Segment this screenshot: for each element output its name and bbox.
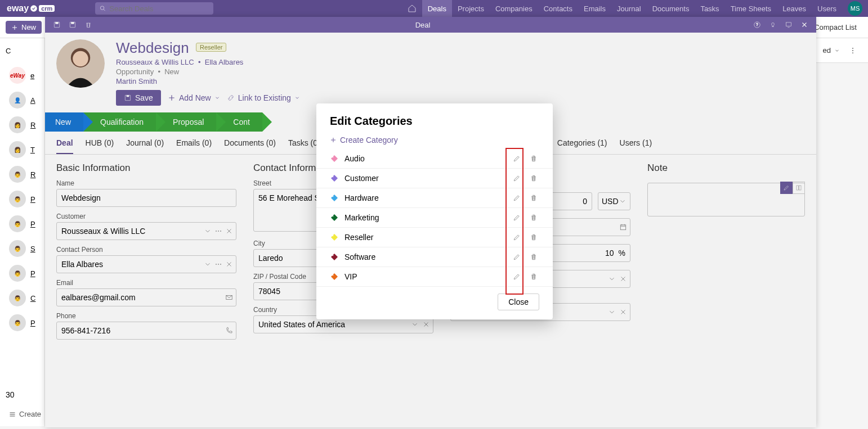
- tab-categories[interactable]: Categories (1): [557, 138, 607, 154]
- edit-category-icon[interactable]: [511, 212, 522, 223]
- category-row: Software: [316, 247, 553, 267]
- nav-users[interactable]: Users: [812, 0, 842, 17]
- user-avatar[interactable]: MS: [848, 1, 862, 16]
- link-existing-button[interactable]: Link to Existing: [227, 93, 300, 102]
- edit-category-icon[interactable]: [511, 192, 522, 204]
- sidebar-row[interactable]: 👨P: [0, 310, 44, 335]
- add-new-label: Add New: [179, 93, 211, 102]
- delete-icon[interactable]: [84, 21, 92, 29]
- sidebar-row[interactable]: 👨S: [0, 236, 44, 261]
- edit-category-icon[interactable]: [511, 232, 522, 243]
- phone-icon[interactable]: [225, 327, 233, 335]
- sidebar-row[interactable]: 👤A: [0, 88, 44, 112]
- search-box[interactable]: [95, 2, 213, 15]
- monitor-icon[interactable]: [785, 21, 793, 29]
- delete-category-icon[interactable]: [528, 212, 539, 223]
- plus-icon: [168, 94, 176, 102]
- delete-category-icon[interactable]: [528, 271, 539, 282]
- calendar-icon[interactable]: [619, 223, 627, 231]
- home-icon[interactable]: [408, 4, 417, 13]
- kebab-icon[interactable]: [849, 47, 857, 55]
- chevron-down-icon[interactable]: [608, 308, 616, 316]
- chevron-down-icon[interactable]: [204, 227, 212, 235]
- envelope-icon[interactable]: [225, 293, 233, 301]
- sidebar-row[interactable]: 👨P: [0, 211, 44, 236]
- sidebar-row[interactable]: 👨R: [0, 162, 44, 187]
- currency-select[interactable]: USD: [598, 192, 630, 210]
- tab-documents[interactable]: Documents (0): [224, 138, 276, 154]
- nav-emails[interactable]: Emails: [578, 0, 611, 17]
- compact-list-toggle[interactable]: Compact List: [814, 23, 862, 31]
- create-category-button[interactable]: Create Category: [316, 133, 553, 149]
- save-icon[interactable]: [53, 21, 61, 29]
- nav-timesheets[interactable]: Time Sheets: [725, 0, 777, 17]
- more-icon[interactable]: ⋯: [215, 227, 222, 235]
- name-field[interactable]: [56, 189, 236, 207]
- chevron-down-icon[interactable]: [204, 260, 212, 268]
- close-button[interactable]: Close: [498, 293, 539, 310]
- save-as-icon[interactable]: [69, 21, 77, 29]
- sidebar-row[interactable]: eWaye: [0, 63, 44, 88]
- sidebar-row[interactable]: 👩R: [0, 112, 44, 137]
- stage-qualification[interactable]: Qualification: [83, 112, 156, 132]
- edit-category-icon[interactable]: [511, 153, 522, 164]
- note-edit-icon[interactable]: [780, 182, 793, 194]
- nav-deals[interactable]: Deals: [422, 0, 452, 17]
- chevron-down-icon[interactable]: [411, 320, 419, 328]
- stage-new[interactable]: New: [45, 112, 83, 132]
- tab-journal[interactable]: Journal (0): [126, 138, 164, 154]
- edit-category-icon[interactable]: [511, 173, 522, 184]
- deal-owner[interactable]: Martin Smith: [116, 77, 300, 85]
- delete-category-icon[interactable]: [528, 232, 539, 243]
- sidebar-row[interactable]: C: [0, 38, 44, 63]
- sidebar-create[interactable]: Create: [9, 410, 41, 418]
- clear-icon[interactable]: [225, 260, 233, 268]
- nav-tasks[interactable]: Tasks: [695, 0, 724, 17]
- delete-category-icon[interactable]: [528, 173, 539, 184]
- lightbulb-icon[interactable]: [769, 21, 777, 29]
- deal-contact[interactable]: Ella Albares: [205, 58, 244, 66]
- tab-deal[interactable]: Deal: [56, 138, 73, 154]
- tab-tasks[interactable]: Tasks (0): [288, 138, 320, 154]
- list-item-label: T: [26, 146, 35, 154]
- tab-hub[interactable]: HUB (0): [86, 138, 114, 154]
- note-layout-icon[interactable]: [793, 182, 805, 194]
- email-field[interactable]: [56, 288, 236, 306]
- dropdown-ed[interactable]: ed: [823, 46, 862, 55]
- sidebar-row[interactable]: 👨P: [0, 261, 44, 286]
- deal-company[interactable]: Rousseaux & Willis LLC: [116, 58, 194, 66]
- add-new-button[interactable]: Add New: [168, 93, 220, 102]
- window-title: Deal: [92, 21, 753, 29]
- sidebar-row[interactable]: 👨C: [0, 286, 44, 310]
- more-icon[interactable]: ⋯: [215, 260, 222, 268]
- phone-field[interactable]: [56, 322, 236, 340]
- delete-category-icon[interactable]: [528, 192, 539, 204]
- clear-icon[interactable]: [422, 320, 430, 328]
- tab-emails[interactable]: Emails (0): [176, 138, 212, 154]
- nav-companies[interactable]: Companies: [490, 0, 538, 17]
- clear-icon[interactable]: [619, 275, 627, 283]
- svg-rect-17: [127, 95, 129, 97]
- help-icon[interactable]: ?: [753, 21, 761, 29]
- edit-category-icon[interactable]: [511, 251, 522, 263]
- clear-icon[interactable]: [619, 308, 627, 316]
- close-icon[interactable]: [800, 21, 808, 29]
- tab-users[interactable]: Users (1): [620, 138, 652, 154]
- sidebar-row[interactable]: 👨P: [0, 187, 44, 211]
- deal-head-text: Webdesign Reseller Rousseaux & Willis LL…: [116, 39, 300, 106]
- clear-icon[interactable]: [225, 227, 233, 235]
- modal-title: Edit Categories: [316, 112, 553, 133]
- nav-projects[interactable]: Projects: [452, 0, 490, 17]
- nav-documents[interactable]: Documents: [647, 0, 695, 17]
- nav-leaves[interactable]: Leaves: [777, 0, 812, 17]
- search-input[interactable]: [109, 4, 209, 13]
- delete-category-icon[interactable]: [528, 251, 539, 263]
- nav-journal[interactable]: Journal: [611, 0, 647, 17]
- chevron-down-icon[interactable]: [608, 275, 616, 283]
- delete-category-icon[interactable]: [528, 153, 539, 164]
- edit-category-icon[interactable]: [511, 271, 522, 282]
- save-button[interactable]: Save: [116, 90, 161, 106]
- sidebar-row[interactable]: 👩T: [0, 137, 44, 162]
- nav-contacts[interactable]: Contacts: [538, 0, 578, 17]
- new-button[interactable]: New: [6, 21, 42, 34]
